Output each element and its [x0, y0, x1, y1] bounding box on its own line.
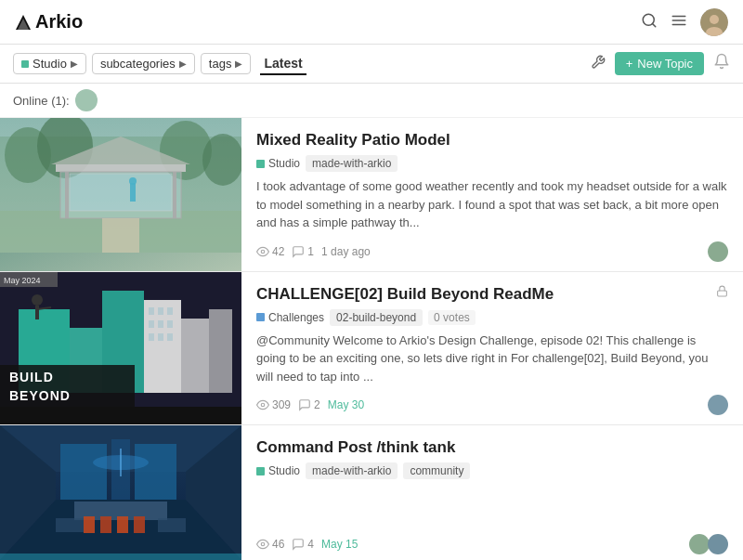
subcategories-filter[interactable]: subcategories ▶ [92, 53, 195, 74]
post-content-patio: Mixed Reality Patio Model Studio made-wi… [241, 118, 743, 271]
svg-rect-39 [167, 320, 173, 328]
category-tag-studio[interactable]: Studio [256, 157, 300, 170]
category-label-studio-2: Studio [268, 464, 300, 477]
svg-rect-22 [70, 174, 172, 211]
svg-rect-65 [158, 518, 186, 532]
svg-text:BEYOND: BEYOND [9, 388, 71, 403]
replies-count-command: 4 [292, 538, 314, 551]
post-content-build: CHALLENGE[02] Build Beyond ReadMe Challe… [241, 272, 743, 425]
category-dot-studio [256, 160, 265, 168]
post-thumbnail-build[interactable]: BUILD BEYOND May 2024 [0, 272, 241, 425]
post-author-avatar-build [708, 395, 728, 415]
studio-label: Studio [33, 57, 67, 71]
post-tags-patio: Studio made-with-arkio [256, 155, 728, 172]
logo[interactable]: Arkio [15, 11, 83, 33]
tag-02-build-beyond[interactable]: 02-build-beyond [330, 309, 423, 326]
svg-rect-64 [56, 518, 84, 532]
category-tag-studio-2[interactable]: Studio [256, 464, 300, 477]
post-item-command: Command Post /think tank Studio made-wit… [0, 425, 743, 560]
post-meta-right-command [689, 534, 728, 554]
logo-icon [15, 14, 32, 31]
studio-filter[interactable]: Studio ▶ [13, 53, 86, 74]
svg-point-52 [261, 403, 265, 407]
post-author-avatar-command-1 [689, 534, 710, 554]
post-title-patio[interactable]: Mixed Reality Patio Model [256, 131, 728, 150]
post-tags-command: Studio made-with-arkio community [256, 462, 728, 479]
svg-point-24 [129, 177, 137, 185]
filter-right: + New Topic [591, 52, 730, 75]
post-author-avatar-patio [708, 241, 728, 262]
posts-list: Mixed Reality Patio Model Studio made-wi… [0, 118, 743, 560]
svg-rect-69 [134, 516, 145, 533]
svg-text:May 2024: May 2024 [4, 276, 41, 285]
new-topic-button[interactable]: + New Topic [615, 52, 704, 75]
online-bar: Online (1): [0, 84, 743, 118]
header: Arkio [0, 0, 743, 45]
studio-chevron: ▶ [71, 59, 78, 69]
subcategories-chevron: ▶ [179, 59, 187, 69]
patio-thumbnail-svg [0, 118, 241, 253]
lock-icon-build [716, 285, 728, 300]
header-icons [641, 8, 728, 36]
category-dot-studio-2 [256, 467, 265, 475]
svg-rect-25 [102, 218, 139, 253]
svg-rect-35 [158, 307, 163, 315]
views-icon-build [256, 398, 269, 411]
post-title-build[interactable]: CHALLENGE[02] Build Beyond ReadMe [256, 285, 554, 304]
svg-rect-21 [173, 172, 176, 218]
post-excerpt-build: @Community Welcome to Arkio's Design Cha… [256, 332, 728, 386]
avatar-image [700, 8, 728, 36]
replies-count-patio: 1 [292, 245, 314, 258]
svg-rect-32 [181, 319, 209, 393]
filter-bar: Studio ▶ subcategories ▶ tags ▶ Latest +… [0, 45, 743, 84]
views-count-command: 46 [256, 538, 284, 551]
svg-rect-34 [149, 307, 154, 315]
search-icon[interactable] [641, 12, 658, 32]
replies-icon [292, 245, 305, 258]
svg-rect-41 [158, 333, 163, 341]
post-meta-patio: 42 1 1 day ago [256, 241, 728, 262]
svg-text:BUILD: BUILD [9, 370, 54, 384]
post-meta-command: 46 4 May 15 [256, 534, 728, 554]
category-tag-challenges[interactable]: Challenges [256, 311, 324, 324]
svg-rect-66 [84, 516, 95, 533]
svg-rect-37 [149, 320, 154, 328]
svg-rect-20 [65, 172, 69, 218]
svg-rect-38 [158, 320, 163, 328]
user-avatar[interactable] [700, 8, 728, 36]
svg-rect-36 [167, 307, 173, 315]
post-thumbnail-command[interactable] [0, 425, 241, 560]
tag-community[interactable]: community [403, 462, 470, 479]
time-command: May 15 [321, 538, 358, 551]
svg-rect-68 [117, 516, 128, 533]
post-excerpt-patio: I took advantage of some good weather re… [256, 177, 728, 232]
svg-rect-44 [35, 306, 39, 319]
tab-latest[interactable]: Latest [260, 53, 306, 75]
wrench-icon[interactable] [591, 55, 606, 73]
tags-filter[interactable]: tags ▶ [201, 53, 252, 74]
tag-made-with-arkio-2[interactable]: made-with-arkio [306, 462, 398, 479]
tag-made-with-arkio[interactable]: made-with-arkio [306, 155, 398, 172]
tags-label: tags [209, 57, 232, 71]
category-dot-challenges [256, 313, 265, 321]
svg-point-26 [261, 250, 265, 254]
post-thumbnail-patio[interactable] [0, 118, 241, 271]
svg-line-3 [652, 23, 655, 26]
views-count-build: 309 [256, 398, 291, 411]
post-title-command[interactable]: Command Post /think tank [256, 438, 728, 457]
post-item: Mixed Reality Patio Model Studio made-wi… [0, 118, 743, 272]
svg-rect-70 [0, 553, 241, 560]
post-title-row-build: CHALLENGE[02] Build Beyond ReadMe [256, 285, 728, 304]
post-content-command: Command Post /think tank Studio made-wit… [241, 425, 743, 560]
bell-icon[interactable] [713, 53, 730, 74]
online-text: Online (1): [13, 94, 70, 108]
post-meta-left: 42 1 1 day ago [256, 245, 698, 258]
votes-badge-build: 0 votes [428, 310, 476, 325]
post-tags-build: Challenges 02-build-beyond 0 votes [256, 309, 728, 326]
post-item-build: BUILD BEYOND May 2024 CHALLENGE[02] Buil… [0, 272, 743, 426]
svg-point-71 [261, 542, 265, 546]
menu-icon[interactable] [671, 12, 687, 32]
svg-point-8 [710, 15, 719, 24]
svg-rect-40 [149, 333, 154, 341]
build-thumbnail-svg: BUILD BEYOND May 2024 [0, 272, 241, 407]
